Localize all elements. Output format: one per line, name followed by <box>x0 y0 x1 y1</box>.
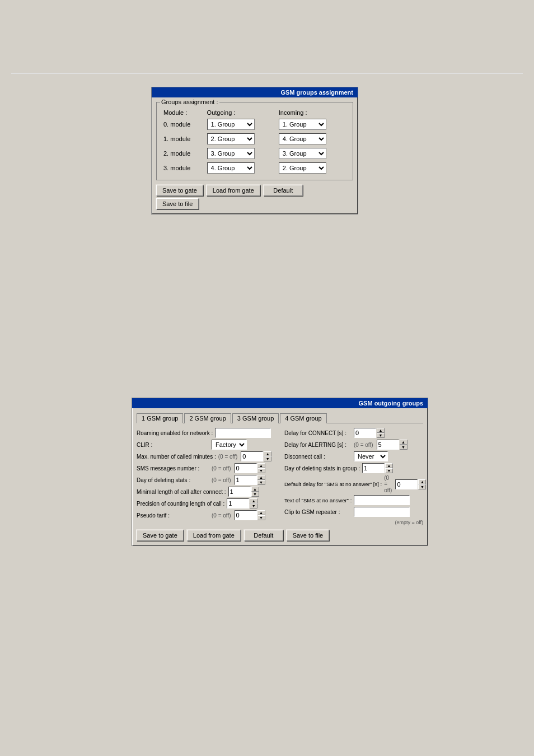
day-deleting-group-input[interactable] <box>362 463 385 473</box>
precision-up[interactable]: ▲ <box>250 498 257 503</box>
sms-number-label: SMS messages number : <box>137 465 209 472</box>
sms-no-answer-text-input[interactable] <box>354 495 410 505</box>
module-row-3: 3. module1. Group2. Group3. Group4. Grou… <box>161 161 348 175</box>
day-deleting-row: Day of deleting stats : (0 = off) ▲ ▼ <box>137 475 275 485</box>
pseudo-tarif-input[interactable] <box>235 510 257 520</box>
disconnect-call-label: Disconnect call : <box>284 454 352 460</box>
outgoing-default-button[interactable]: Default <box>244 530 283 541</box>
day-deleting-up[interactable]: ▲ <box>257 475 265 480</box>
delay-connect-spinner-btns: ▲ ▼ <box>377 428 385 438</box>
tab-4gsm[interactable]: 4 GSM group <box>280 413 326 423</box>
outgoing-left-col: Roaming enabled for network : CLIR : Fac… <box>137 428 275 525</box>
gsm-tabs: 1 GSM group 2 GSM group 3 GSM group 4 GS… <box>137 413 423 423</box>
delay-connect-down[interactable]: ▼ <box>377 433 385 438</box>
sms-number-input[interactable] <box>235 463 257 473</box>
sms-number-down[interactable]: ▼ <box>257 468 265 473</box>
delay-alerting-down[interactable]: ▼ <box>400 445 407 450</box>
tab-1gsm[interactable]: 1 GSM group <box>137 413 183 423</box>
delay-connect-up[interactable]: ▲ <box>377 428 385 433</box>
outgoing-right-col: Delay for CONNECT [s] : ▲ ▼ Delay for AL… <box>284 428 423 525</box>
precision-spinner-btns: ▲ ▼ <box>250 498 257 508</box>
max-minutes-down[interactable]: ▼ <box>264 456 271 461</box>
clir-label: CLIR : <box>137 442 209 448</box>
max-minutes-up[interactable]: ▲ <box>264 451 271 456</box>
groups-panel-title: GSM groups assignment <box>152 87 358 97</box>
delay-alerting-up[interactable]: ▲ <box>400 440 407 445</box>
tab-2gsm[interactable]: 2 GSM group <box>184 413 231 423</box>
sms-no-answer-text-label: Text of "SMS at no answer" : <box>284 497 352 503</box>
groups-buttons: Save to gate Load from gate Default <box>156 185 353 196</box>
gsm-groups-panel: GSM groups assignment Groups assignment … <box>151 87 358 214</box>
day-deleting-label: Day of deleting stats : <box>137 477 209 483</box>
clip-gsm-input[interactable] <box>354 507 410 517</box>
delay-alerting-row: Delay for ALERTING [s] : (0 = off) ▲ ▼ <box>284 440 423 450</box>
day-deleting-group-down[interactable]: ▼ <box>385 468 393 473</box>
max-minutes-row: Max. number of called minutes : (0 = off… <box>137 451 275 461</box>
precision-down[interactable]: ▼ <box>250 503 257 508</box>
day-deleting-input[interactable] <box>235 475 257 485</box>
module-row-1: 1. module1. Group2. Group3. Group4. Grou… <box>161 132 348 146</box>
tab-3gsm[interactable]: 3 GSM group <box>232 413 279 423</box>
min-length-input[interactable] <box>228 487 251 497</box>
groups-load-from-gate-button[interactable]: Load from gate <box>207 185 260 196</box>
sms-number-spinner: ▲ ▼ <box>235 463 265 473</box>
day-deleting-down[interactable]: ▼ <box>257 480 265 485</box>
module-row-0: 0. module1. Group2. Group3. Group4. Grou… <box>161 117 348 132</box>
min-length-down[interactable]: ▼ <box>251 492 259 497</box>
delay-connect-row: Delay for CONNECT [s] : ▲ ▼ <box>284 428 423 438</box>
outgoing-select-1[interactable]: 1. Group2. Group3. Group4. Group <box>207 133 255 144</box>
pseudo-tarif-prefix: (0 = off) <box>212 512 231 519</box>
groups-fieldset: Groups assignment : Module : Outgoing : … <box>156 102 353 180</box>
disconnect-call-select[interactable]: Never Always <box>354 451 388 461</box>
outgoing-select-2[interactable]: 1. Group2. Group3. Group4. Group <box>207 148 255 159</box>
clir-select[interactable]: Factory On Off <box>212 440 247 450</box>
outgoing-panel-title: GSM outgoing groups <box>132 398 428 408</box>
precision-row: Precision of counting length of call : ▲… <box>137 498 275 508</box>
incoming-select-1[interactable]: 1. Group2. Group3. Group4. Group <box>279 133 326 144</box>
precision-input[interactable] <box>227 498 249 508</box>
pseudo-tarif-up[interactable]: ▲ <box>257 510 265 515</box>
outgoing-load-from-gate-button[interactable]: Load from gate <box>187 530 241 541</box>
default-delay-sms-input[interactable] <box>395 479 418 489</box>
delay-connect-input[interactable] <box>354 428 376 438</box>
max-minutes-input[interactable] <box>241 451 263 461</box>
outgoing-form: Roaming enabled for network : CLIR : Fac… <box>137 428 423 525</box>
default-delay-sms-up[interactable]: ▲ <box>418 479 426 484</box>
outgoing-select-0[interactable]: 1. Group2. Group3. Group4. Group <box>207 119 255 130</box>
day-deleting-group-spinner: ▲ ▼ <box>362 463 393 473</box>
outgoing-save-to-gate-button[interactable]: Save to gate <box>137 530 184 541</box>
incoming-select-0[interactable]: 1. Group2. Group3. Group4. Group <box>279 119 326 130</box>
col-incoming: Incoming : <box>277 108 348 117</box>
incoming-select-2[interactable]: 1. Group2. Group3. Group4. Group <box>279 148 326 159</box>
groups-save-to-file-button[interactable]: Save to file <box>156 198 199 209</box>
max-minutes-spinner: ▲ ▼ <box>241 451 271 461</box>
sms-number-row: SMS messages number : (0 = off) ▲ ▼ <box>137 463 275 473</box>
incoming-select-3[interactable]: 1. Group2. Group3. Group4. Group <box>279 162 326 174</box>
delay-connect-spinner: ▲ ▼ <box>354 428 385 438</box>
empty-off-hint: (empty = off) <box>395 520 423 525</box>
delay-alerting-prefix: (0 = off) <box>354 442 373 448</box>
day-deleting-group-up[interactable]: ▲ <box>385 463 393 468</box>
roaming-row: Roaming enabled for network : <box>137 428 275 438</box>
outgoing-select-3[interactable]: 1. Group2. Group3. Group4. Group <box>207 162 255 174</box>
sms-number-prefix: (0 = off) <box>212 465 231 472</box>
min-length-up[interactable]: ▲ <box>251 487 259 492</box>
groups-save-to-gate-button[interactable]: Save to gate <box>156 185 203 196</box>
groups-default-button[interactable]: Default <box>264 185 303 196</box>
sms-number-up[interactable]: ▲ <box>257 463 265 468</box>
delay-connect-label: Delay for CONNECT [s] : <box>284 430 352 436</box>
delay-alerting-input[interactable] <box>377 440 399 450</box>
default-delay-sms-prefix: (0 = off) <box>384 475 392 493</box>
day-deleting-group-spinner-btns: ▲ ▼ <box>385 463 393 473</box>
precision-label: Precision of counting length of call : <box>137 501 224 507</box>
empty-off-hint-row: (empty = off) <box>284 519 423 525</box>
max-minutes-prefix: (0 = off) <box>218 454 238 460</box>
day-deleting-prefix: (0 = off) <box>212 477 231 483</box>
module-row-2: 2. module1. Group2. Group3. Group4. Grou… <box>161 146 348 161</box>
pseudo-tarif-down[interactable]: ▼ <box>257 515 265 520</box>
col-outgoing: Outgoing : <box>205 108 277 117</box>
outgoing-save-to-file-button[interactable]: Save to file <box>287 530 329 541</box>
top-divider <box>11 73 523 74</box>
roaming-input[interactable] <box>215 428 271 438</box>
default-delay-sms-down[interactable]: ▼ <box>418 484 426 489</box>
